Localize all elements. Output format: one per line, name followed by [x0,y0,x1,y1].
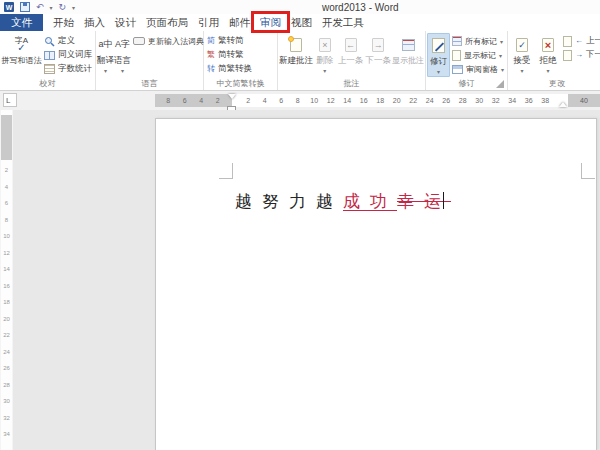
ruler-number: 4 [193,94,210,107]
ribbon-tab-label: 开始 [53,16,74,30]
show-markup-dropdown[interactable]: 显示标记 [450,48,506,62]
chevron-down-icon [437,69,440,75]
ruler-number: 34 [1,426,12,443]
group-language: a中 翻译 A字 语言 更新输入法词典 语言 [96,31,204,90]
ruler-number: 36 [521,94,538,107]
track-changes-button[interactable]: 修订 [427,33,450,77]
ruler-number: 26 [438,94,455,107]
next-change-button[interactable]: → 下一 [561,48,600,62]
show-comments-button[interactable]: 显示批注 [392,33,424,77]
ruler-number: 14 [1,261,12,278]
right-indent-marker[interactable] [559,102,567,107]
ruler-number: 40 [568,94,600,107]
update-ime-dictionary-button[interactable]: 更新输入法词典 [131,34,206,48]
ruler-number: 10 [1,228,12,245]
ruler-number: 38 [537,94,554,107]
ribbon-tab-label: 视图 [291,16,312,30]
ruler-number: 4 [257,94,274,107]
group-label-comments: 批注 [278,78,425,89]
define-button[interactable]: 定义 [42,34,94,48]
ribbon-tab[interactable]: 设计 [110,14,141,31]
new-comment-icon [290,38,302,52]
ribbon-tab[interactable]: 页面布局 [141,14,193,31]
ribbon-tab[interactable]: 审阅 [255,14,286,31]
tab-stop-selector[interactable]: L [3,93,17,107]
ribbon-tab[interactable]: 邮件 [224,14,255,31]
chevron-down-icon [500,37,503,46]
first-line-indent-marker[interactable] [228,94,236,99]
previous-change-button[interactable]: ← 上一 [561,34,600,48]
language-button[interactable]: A字 语言 [114,33,131,77]
reviewing-pane-icon [452,65,463,74]
word-window: W ↶ ▾ ↻ ▾ word2013 - Word 文件 开始 插入 设计 页面… [0,0,600,450]
ruler-number: 6 [1,195,12,212]
thesaurus-button[interactable]: 同义词库 [42,48,94,62]
save-icon[interactable] [20,2,30,12]
show-comments-icon [402,39,415,51]
previous-change-icon [563,36,572,47]
convert-icon: 转 [207,65,215,73]
next-change-icon [563,50,572,61]
document-text-line: 越努力越成功幸运 [235,190,444,213]
proofing-small-buttons: 定义 同义词库 字数统计 [42,33,94,77]
ruler-number: 18 [1,294,12,311]
trad-to-simp-button[interactable]: 简 繁转简 [205,34,254,48]
translate-button[interactable]: a中 翻译 [97,33,114,77]
ruler-number: 22 [1,327,12,344]
title-bar: W ↶ ▾ ↻ ▾ word2013 - Word [0,0,600,14]
text-normal: 越努力越 [235,192,343,211]
ruler-number: 4 [1,179,12,196]
word-count-button[interactable]: 字数统计 [42,62,94,76]
ribbon-tab[interactable]: 插入 [79,14,110,31]
group-changes: ✓ 接受 × 拒绝 ← 上一 → [508,31,600,90]
ribbon-tab-label: 引用 [198,16,219,30]
convert-button[interactable]: 转 简繁转换 [205,62,254,76]
ribbon-tab[interactable]: 开发工具 [317,14,369,31]
ribbon-tab-label: 页面布局 [146,16,188,30]
new-comment-button[interactable]: 新建批注 [279,33,313,77]
next-comment-icon: → [372,38,384,52]
ruler-number: 10 [306,94,323,107]
group-tracking: 修订 所有标记 显示标记 审阅 [426,31,508,90]
ribbon-tab[interactable]: 引用 [193,14,224,31]
ruler-number: 32 [488,94,505,107]
document-page[interactable]: 越努力越成功幸运 [155,118,597,450]
undo-dropdown-icon[interactable]: ▾ [50,4,53,11]
reject-button[interactable]: × 拒绝 [535,33,561,77]
next-comment-button[interactable]: → 下一条 [364,33,392,77]
chevron-down-icon [499,51,502,60]
all-markup-dropdown[interactable]: 所有标记 [450,34,506,48]
ribbon-tab[interactable]: 视图 [286,14,317,31]
quick-access-toolbar: W ↶ ▾ ↻ ▾ [4,1,75,13]
ruler-number: 28 [1,377,12,394]
text-inserted-revision: 成功 [343,192,397,211]
ruler-number: 2 [1,162,12,179]
trad-to-simp-icon: 简 [207,37,215,45]
ruler-number: 2 [210,94,227,107]
simp-to-trad-button[interactable]: 繁 简转繁 [205,48,254,62]
spelling-grammar-button[interactable]: 字A ✓ 拼写和语法 [1,33,42,77]
accept-button[interactable]: ✓ 接受 [509,33,535,77]
tab-file[interactable]: 文件 [0,14,43,31]
chevron-down-icon [501,65,504,74]
undo-icon[interactable]: ↶ [36,2,44,12]
ribbon-tab[interactable]: 开始 [48,14,79,31]
group-comments: 新建批注 × 删除 ← 上一条 → 下一条 显示批注 [278,31,426,90]
ruler-number: 12 [1,245,12,262]
ruler-number: 24 [422,94,439,107]
redo-icon[interactable]: ↻ [59,2,67,12]
accept-icon: ✓ [516,38,528,52]
group-chinese-conversion: 简 繁转简 繁 简转繁 转 简繁转换 中文简繁转换 [204,31,278,90]
ribbon-tab-label: 设计 [115,16,136,30]
qat-customize-icon[interactable]: ▾ [72,4,75,11]
previous-comment-button[interactable]: ← 上一条 [337,33,365,77]
ribbon-tab-label: 审阅 [260,16,281,30]
ruler-number: 12 [323,94,340,107]
ruler-number: 30 [471,94,488,107]
reviewing-pane-dropdown[interactable]: 审阅窗格 [450,62,506,76]
tracking-dialog-launcher[interactable] [496,80,504,88]
vertical-ruler-top-margin [1,115,12,160]
track-changes-icon [432,38,445,53]
delete-comment-button[interactable]: × 删除 [313,33,337,77]
ruler-number: 8 [160,94,177,107]
